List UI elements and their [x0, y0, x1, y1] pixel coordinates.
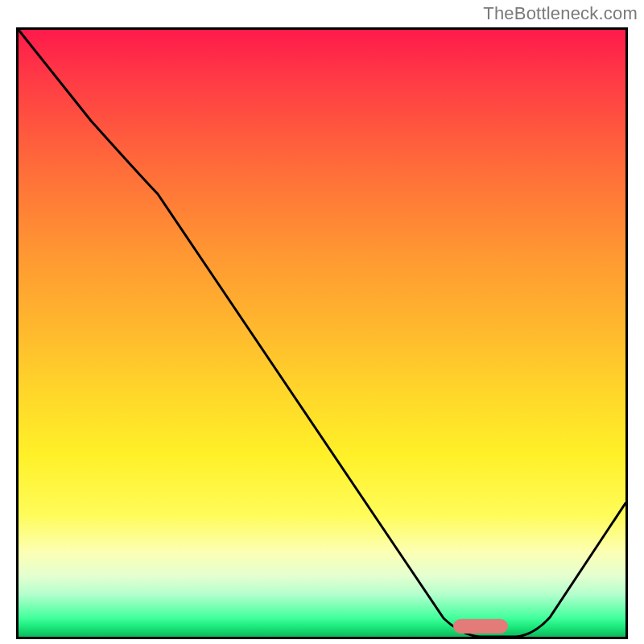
chart-container: TheBottleneck.com — [0, 0, 644, 644]
plot-area — [16, 27, 628, 639]
optimal-range-marker — [453, 619, 508, 634]
bottleneck-curve — [19, 30, 625, 637]
attribution-label: TheBottleneck.com — [483, 3, 638, 24]
